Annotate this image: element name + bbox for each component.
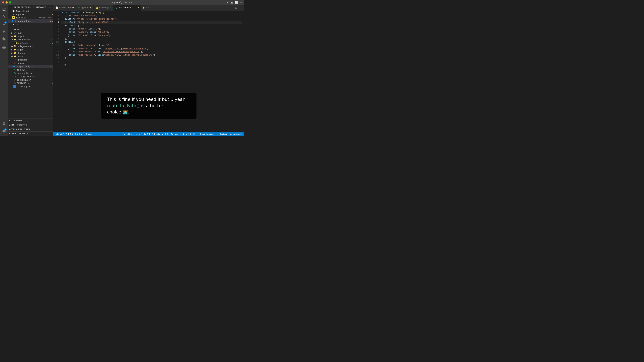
tab-readme-icon: 📄 bbox=[55, 6, 58, 9]
prettier-icon: ✨ bbox=[217, 133, 220, 135]
tree-pages-folder[interactable]: ▶ 📁 pages bbox=[8, 48, 53, 51]
open-editor-appconfig-badge: 1, U bbox=[50, 20, 53, 22]
code-line-10: social :[ bbox=[61, 40, 242, 44]
appvue-file-icon: ✦ bbox=[12, 13, 15, 15]
tree-nuxt-folder[interactable]: ▶ ⬡ .nuxt bbox=[8, 31, 53, 34]
tree-composables-folder[interactable]: ▼ 📁 composables bbox=[8, 38, 53, 41]
tab-appconfig[interactable]: ⚙ app.config.js 1, U bbox=[114, 5, 141, 10]
minimize-button[interactable] bbox=[6, 1, 8, 3]
open-editor-readme[interactable]: 📄 README.md M bbox=[8, 9, 53, 12]
open-editor-appvue-badge: M bbox=[52, 13, 54, 15]
tab-readme-modified bbox=[72, 7, 74, 8]
tree-useseo-file[interactable]: JS useSeo.js U bbox=[8, 41, 53, 44]
tree-nuxtconfig-file[interactable]: ⬡ nuxt.config.ts bbox=[8, 71, 53, 75]
tab-appvue[interactable]: ✦ app.vue bbox=[76, 5, 94, 10]
nuxt-folder-icon: ⬡ bbox=[14, 31, 16, 34]
open-editor-zsh[interactable]: ▶ zsh bbox=[8, 23, 53, 26]
tree-packagelock-file[interactable]: ⬡ package-lock.json bbox=[8, 75, 53, 78]
status-position[interactable]: Ln 4, Col 36 bbox=[161, 132, 174, 136]
tab-appconfig-badge: 1, U bbox=[133, 7, 136, 9]
activity-extensions[interactable] bbox=[1, 35, 8, 42]
tree-gitignore-file[interactable]: ⬡ .gitignore bbox=[8, 58, 53, 61]
maximize-button[interactable] bbox=[9, 1, 11, 3]
status-tests[interactable]: ✓ 0 tests bbox=[83, 132, 94, 136]
editor-scrollbar[interactable] bbox=[242, 10, 244, 132]
error-count: 0 bbox=[77, 133, 78, 135]
editor-area: 📄 README.md ✦ app.vue JS useSeo.js U ⚙ a… bbox=[53, 5, 244, 136]
tab-useseo[interactable]: JS useSeo.js U bbox=[94, 5, 114, 10]
appconfig-tree-label: app.config.js bbox=[19, 65, 49, 68]
activity-source-control[interactable]: 4 bbox=[1, 21, 8, 27]
activity-settings[interactable]: 1 bbox=[1, 128, 8, 134]
tree-output-folder[interactable]: ▶ 📁 output bbox=[8, 34, 53, 38]
tree-plugins-folder[interactable]: ▶ 📁 plugins bbox=[8, 51, 53, 55]
plugins-icon: 📁 bbox=[14, 52, 16, 54]
status-sync[interactable]: ↻ 1 ↑ 0 bbox=[65, 132, 74, 136]
status-language[interactable]: {} Babel JavaScript bbox=[196, 132, 216, 136]
status-formatting[interactable]: Formatting: × bbox=[228, 132, 243, 136]
tree-readme-file[interactable]: ⬡ README.md M bbox=[8, 81, 53, 85]
tree-npmrc-file[interactable]: ⬡ .npmrc bbox=[8, 61, 53, 65]
status-errors[interactable]: ⊗ 0 ⚠ 0 bbox=[74, 132, 83, 136]
gitignore-label: .gitignore bbox=[17, 58, 53, 61]
tree-appconfig-file[interactable]: ⚙ app.config.js 1, U bbox=[8, 65, 53, 68]
timeline-header[interactable]: ▶ TIMELINE bbox=[8, 118, 53, 123]
task-explorer-header[interactable]: ▶ TASK EXPLORER bbox=[8, 127, 53, 131]
encoding-text: UTF-8 bbox=[186, 133, 191, 135]
tree-tsconfig-file[interactable]: T tsconfig.json bbox=[8, 85, 53, 88]
ln-4: 4 bbox=[53, 21, 59, 24]
main-layout: 4 1 ▼ OPEN EDITORS 1 un bbox=[0, 5, 244, 136]
project-header[interactable]: ▼ RED4 bbox=[8, 27, 53, 31]
code-line-16 bbox=[61, 60, 242, 63]
open-editor-appvue[interactable]: ✦ app.vue M bbox=[8, 12, 53, 16]
split-editor-btn[interactable]: ⊞ bbox=[234, 6, 238, 10]
open-editor-useseo-badge: U bbox=[52, 16, 53, 19]
code-line-17: }); bbox=[61, 63, 242, 66]
activity-explorer[interactable] bbox=[1, 6, 8, 13]
status-live-share[interactable]: ↗ Live Share bbox=[121, 132, 134, 136]
status-encoding[interactable]: UTF-8 bbox=[185, 132, 192, 136]
activity-remote[interactable] bbox=[1, 44, 8, 51]
project-label: RED4 bbox=[14, 28, 20, 30]
open-editor-appconfig[interactable]: ⚙ app.config.js 1, U bbox=[8, 19, 53, 23]
status-bar: ⎇ main* ↻ 1 ↑ 0 ⊗ 0 ⚠ 0 ✓ 0 tests ↗ Live… bbox=[53, 132, 244, 136]
status-table-mode[interactable]: Table Mode: Off bbox=[134, 132, 151, 136]
tab-zsh[interactable]: ▶ zsh bbox=[141, 5, 158, 10]
task-explorer-label: TASK EXPLORER bbox=[12, 128, 30, 130]
status-spaces[interactable]: Spaces: 2 bbox=[174, 132, 185, 136]
status-eol[interactable]: LF bbox=[192, 132, 196, 136]
status-branch[interactable]: ⎇ main* bbox=[55, 132, 65, 136]
nuxtconfig-label: nuxt.config.ts bbox=[17, 72, 53, 74]
close-button[interactable] bbox=[2, 1, 4, 3]
more-tabs-btn[interactable]: ⋯ bbox=[239, 6, 243, 10]
open-editor-useseo[interactable]: JS useSeo.js composables U bbox=[8, 16, 53, 19]
activity-accounts[interactable] bbox=[1, 120, 8, 127]
tree-package-file[interactable]: ⬡ package.json bbox=[8, 78, 53, 81]
split-editor-icon[interactable]: ⊞ bbox=[226, 1, 229, 4]
more-actions-icon[interactable]: ··· bbox=[239, 1, 242, 4]
tab-readme[interactable]: 📄 README.md bbox=[53, 5, 76, 10]
toggle-panel-icon[interactable]: ⬜ bbox=[235, 1, 238, 4]
tree-appvue-file[interactable]: ✦ app.vue M bbox=[8, 68, 53, 71]
useseo-tree-badge: U bbox=[52, 42, 53, 44]
activity-search[interactable] bbox=[1, 13, 8, 20]
appconfig-active-dot bbox=[14, 66, 15, 67]
code-line-3: twitter: "https://twitter.com/robconery"… bbox=[61, 17, 242, 21]
status-slide[interactable]: ◻ 1 slide bbox=[151, 132, 161, 136]
status-prettier[interactable]: ✨ Prettier bbox=[216, 132, 228, 136]
toggle-sidebar-icon[interactable]: ▣ bbox=[230, 1, 234, 4]
active-indicator bbox=[12, 20, 14, 22]
task-explorer-section: ▶ TASK EXPLORER bbox=[8, 127, 53, 131]
open-editors-header[interactable]: ▼ OPEN EDITORS 1 unsaved ⋯ bbox=[8, 5, 53, 9]
tree-public-folder[interactable]: ▶ 📁 public bbox=[8, 55, 53, 58]
npm-scripts-header[interactable]: ▶ NPM SCRIPTS bbox=[8, 123, 53, 127]
code-line-15: ] bbox=[61, 57, 242, 60]
public-icon: 📁 bbox=[14, 55, 16, 58]
ln-14: 14 bbox=[53, 53, 59, 57]
tree-node-modules-folder[interactable]: ▶ 📦 node_modules bbox=[8, 44, 53, 48]
vs-code-pets-header[interactable]: ▶ VS CODE PETS bbox=[8, 132, 53, 136]
save-all-icon[interactable]: ⋯ bbox=[49, 6, 51, 8]
activity-run[interactable] bbox=[1, 28, 8, 35]
ln-3: 3 bbox=[53, 17, 59, 21]
npm-scripts-label: NPM SCRIPTS bbox=[12, 124, 27, 126]
